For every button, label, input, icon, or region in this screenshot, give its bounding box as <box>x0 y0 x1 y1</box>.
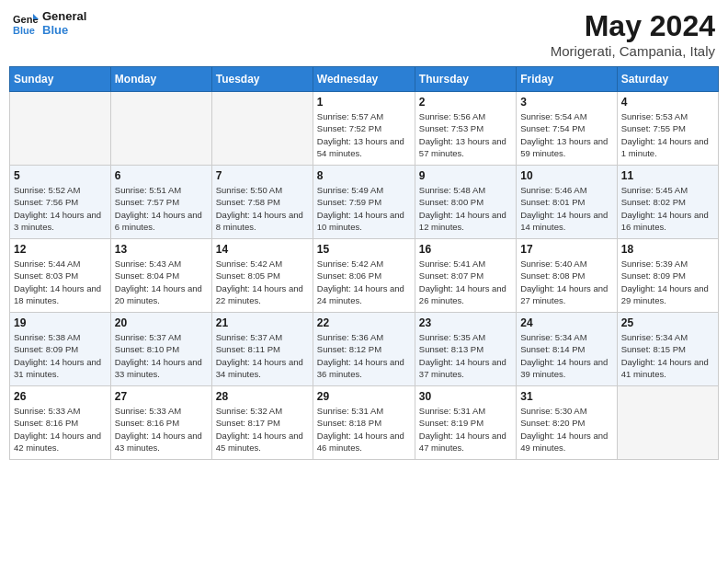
day-number: 14 <box>216 243 309 256</box>
weekday-header: Saturday <box>617 67 718 92</box>
cell-info: Sunrise: 5:45 AM Sunset: 8:02 PM Dayligh… <box>621 184 714 233</box>
calendar-cell: 28Sunrise: 5:32 AM Sunset: 8:17 PM Dayli… <box>211 386 313 460</box>
calendar-cell: 20Sunrise: 5:37 AM Sunset: 8:10 PM Dayli… <box>110 313 211 386</box>
cell-info: Sunrise: 5:51 AM Sunset: 7:57 PM Dayligh… <box>115 184 208 233</box>
calendar-cell: 29Sunrise: 5:31 AM Sunset: 8:18 PM Dayli… <box>313 386 415 460</box>
day-number: 8 <box>317 169 411 182</box>
cell-info: Sunrise: 5:36 AM Sunset: 8:12 PM Dayligh… <box>317 331 411 380</box>
cell-info: Sunrise: 5:38 AM Sunset: 8:09 PM Dayligh… <box>14 331 107 380</box>
cell-info: Sunrise: 5:43 AM Sunset: 8:04 PM Dayligh… <box>115 258 208 306</box>
weekday-header: Thursday <box>415 67 516 92</box>
day-number: 19 <box>14 316 107 329</box>
day-number: 21 <box>216 316 309 329</box>
day-number: 24 <box>520 316 612 329</box>
cell-info: Sunrise: 5:35 AM Sunset: 8:13 PM Dayligh… <box>419 331 512 380</box>
calendar-cell: 22Sunrise: 5:36 AM Sunset: 8:12 PM Dayli… <box>313 313 415 386</box>
calendar-cell: 30Sunrise: 5:31 AM Sunset: 8:19 PM Dayli… <box>415 386 516 460</box>
cell-info: Sunrise: 5:54 AM Sunset: 7:54 PM Dayligh… <box>520 110 612 159</box>
weekday-header: Friday <box>517 67 617 92</box>
day-number: 6 <box>115 169 208 182</box>
weekday-header: Sunday <box>10 67 111 92</box>
cell-info: Sunrise: 5:33 AM Sunset: 8:16 PM Dayligh… <box>14 405 107 454</box>
cell-info: Sunrise: 5:33 AM Sunset: 8:16 PM Dayligh… <box>115 405 208 454</box>
cell-info: Sunrise: 5:37 AM Sunset: 8:11 PM Dayligh… <box>216 331 309 380</box>
page-header: General Blue General Blue May 2024 Morig… <box>9 9 719 59</box>
calendar-week-row: 26Sunrise: 5:33 AM Sunset: 8:16 PM Dayli… <box>10 386 719 460</box>
location: Morigerati, Campania, Italy <box>551 43 715 59</box>
weekday-header: Tuesday <box>211 67 313 92</box>
calendar-cell: 27Sunrise: 5:33 AM Sunset: 8:16 PM Dayli… <box>110 386 211 460</box>
logo-general: General <box>42 9 86 23</box>
day-number: 29 <box>317 390 411 403</box>
calendar-cell: 18Sunrise: 5:39 AM Sunset: 8:09 PM Dayli… <box>617 239 718 313</box>
calendar-week-row: 1Sunrise: 5:57 AM Sunset: 7:52 PM Daylig… <box>10 92 719 166</box>
day-number: 12 <box>14 243 107 256</box>
calendar-cell: 1Sunrise: 5:57 AM Sunset: 7:52 PM Daylig… <box>313 92 415 166</box>
weekday-header: Monday <box>110 67 211 92</box>
calendar-cell <box>617 386 718 460</box>
weekday-header-row: SundayMondayTuesdayWednesdayThursdayFrid… <box>10 67 719 92</box>
calendar-week-row: 19Sunrise: 5:38 AM Sunset: 8:09 PM Dayli… <box>10 313 719 386</box>
calendar-cell: 6Sunrise: 5:51 AM Sunset: 7:57 PM Daylig… <box>110 166 211 239</box>
weekday-header: Wednesday <box>313 67 415 92</box>
calendar-cell: 3Sunrise: 5:54 AM Sunset: 7:54 PM Daylig… <box>517 92 617 166</box>
calendar-cell: 16Sunrise: 5:41 AM Sunset: 8:07 PM Dayli… <box>415 239 516 313</box>
month-year: May 2024 <box>551 9 715 43</box>
day-number: 11 <box>621 169 714 182</box>
day-number: 25 <box>621 316 714 329</box>
logo-icon: General Blue <box>13 10 39 36</box>
day-number: 18 <box>621 243 714 256</box>
cell-info: Sunrise: 5:48 AM Sunset: 8:00 PM Dayligh… <box>419 184 512 233</box>
cell-info: Sunrise: 5:56 AM Sunset: 7:53 PM Dayligh… <box>419 110 512 159</box>
calendar-cell: 14Sunrise: 5:42 AM Sunset: 8:05 PM Dayli… <box>211 239 313 313</box>
calendar-cell: 23Sunrise: 5:35 AM Sunset: 8:13 PM Dayli… <box>415 313 516 386</box>
day-number: 30 <box>419 390 512 403</box>
calendar-cell: 2Sunrise: 5:56 AM Sunset: 7:53 PM Daylig… <box>415 92 516 166</box>
calendar-cell: 9Sunrise: 5:48 AM Sunset: 8:00 PM Daylig… <box>415 166 516 239</box>
cell-info: Sunrise: 5:49 AM Sunset: 7:59 PM Dayligh… <box>317 184 411 233</box>
day-number: 4 <box>621 96 714 109</box>
calendar-cell: 24Sunrise: 5:34 AM Sunset: 8:14 PM Dayli… <box>517 313 617 386</box>
cell-info: Sunrise: 5:32 AM Sunset: 8:17 PM Dayligh… <box>216 405 309 454</box>
svg-text:Blue: Blue <box>13 25 35 36</box>
logo: General Blue General Blue <box>13 9 86 37</box>
cell-info: Sunrise: 5:50 AM Sunset: 7:58 PM Dayligh… <box>216 184 309 233</box>
calendar-week-row: 12Sunrise: 5:44 AM Sunset: 8:03 PM Dayli… <box>10 239 719 313</box>
cell-info: Sunrise: 5:34 AM Sunset: 8:14 PM Dayligh… <box>520 331 612 380</box>
day-number: 26 <box>14 390 107 403</box>
calendar-cell: 5Sunrise: 5:52 AM Sunset: 7:56 PM Daylig… <box>10 166 111 239</box>
calendar-cell: 25Sunrise: 5:34 AM Sunset: 8:15 PM Dayli… <box>617 313 718 386</box>
cell-info: Sunrise: 5:42 AM Sunset: 8:05 PM Dayligh… <box>216 258 309 306</box>
day-number: 22 <box>317 316 411 329</box>
cell-info: Sunrise: 5:46 AM Sunset: 8:01 PM Dayligh… <box>520 184 612 233</box>
calendar-week-row: 5Sunrise: 5:52 AM Sunset: 7:56 PM Daylig… <box>10 166 719 239</box>
logo-blue: Blue <box>42 23 86 37</box>
cell-info: Sunrise: 5:41 AM Sunset: 8:07 PM Dayligh… <box>419 258 512 306</box>
calendar-cell: 8Sunrise: 5:49 AM Sunset: 7:59 PM Daylig… <box>313 166 415 239</box>
day-number: 17 <box>520 243 612 256</box>
day-number: 28 <box>216 390 309 403</box>
calendar-cell: 21Sunrise: 5:37 AM Sunset: 8:11 PM Dayli… <box>211 313 313 386</box>
calendar-cell: 26Sunrise: 5:33 AM Sunset: 8:16 PM Dayli… <box>10 386 111 460</box>
cell-info: Sunrise: 5:34 AM Sunset: 8:15 PM Dayligh… <box>621 331 714 380</box>
cell-info: Sunrise: 5:53 AM Sunset: 7:55 PM Dayligh… <box>621 110 714 159</box>
cell-info: Sunrise: 5:52 AM Sunset: 7:56 PM Dayligh… <box>14 184 107 233</box>
day-number: 15 <box>317 243 411 256</box>
day-number: 10 <box>520 169 612 182</box>
day-number: 9 <box>419 169 512 182</box>
day-number: 5 <box>14 169 107 182</box>
cell-info: Sunrise: 5:31 AM Sunset: 8:18 PM Dayligh… <box>317 405 411 454</box>
cell-info: Sunrise: 5:44 AM Sunset: 8:03 PM Dayligh… <box>14 258 107 306</box>
day-number: 13 <box>115 243 208 256</box>
cell-info: Sunrise: 5:57 AM Sunset: 7:52 PM Dayligh… <box>317 110 411 159</box>
cell-info: Sunrise: 5:40 AM Sunset: 8:08 PM Dayligh… <box>520 258 612 306</box>
calendar-cell: 19Sunrise: 5:38 AM Sunset: 8:09 PM Dayli… <box>10 313 111 386</box>
day-number: 3 <box>520 96 612 109</box>
cell-info: Sunrise: 5:31 AM Sunset: 8:19 PM Dayligh… <box>419 405 512 454</box>
day-number: 27 <box>115 390 208 403</box>
calendar-cell <box>211 92 313 166</box>
calendar-cell <box>110 92 211 166</box>
calendar-cell: 4Sunrise: 5:53 AM Sunset: 7:55 PM Daylig… <box>617 92 718 166</box>
cell-info: Sunrise: 5:39 AM Sunset: 8:09 PM Dayligh… <box>621 258 714 306</box>
calendar-cell: 15Sunrise: 5:42 AM Sunset: 8:06 PM Dayli… <box>313 239 415 313</box>
